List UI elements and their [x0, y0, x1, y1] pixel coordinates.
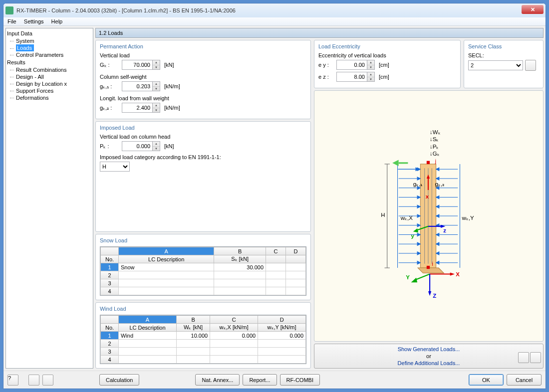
tree-control-params[interactable]: Control Parameters [7, 51, 92, 58]
show-generated-loads[interactable]: Show Generated Loads... [316, 346, 541, 352]
ez-input[interactable] [336, 72, 367, 82]
gk1-spinner[interactable]: ▲▼ [153, 81, 160, 91]
tree-results[interactable]: Results [7, 58, 92, 66]
svg-text:H: H [381, 212, 385, 218]
tree-support-forces[interactable]: Support Forces [7, 87, 92, 94]
pk-input[interactable] [122, 141, 153, 151]
svg-marker-27 [417, 214, 420, 217]
svg-marker-39 [436, 168, 439, 171]
prev-icon[interactable] [28, 375, 39, 386]
app-window: RX-TIMBER - Column - 2.04.0003 (32bit) -… [3, 3, 546, 389]
rfcombi-button[interactable]: RF-COMBI [280, 374, 320, 386]
report-button[interactable]: Report... [243, 374, 276, 386]
svg-marker-47 [436, 205, 439, 208]
window-title: RX-TIMBER - Column - 2.04.0003 (32bit) -… [16, 7, 236, 13]
close-button[interactable]: ✕ [522, 5, 544, 14]
svg-text:Z: Z [433, 293, 436, 299]
category-select[interactable]: H [100, 162, 130, 172]
svg-marker-85 [428, 291, 431, 296]
gk2-spinner[interactable]: ▲▼ [153, 103, 160, 113]
svg-text:↓Pₖ: ↓Pₖ [430, 144, 439, 150]
self-weight-label: Column self-weight [100, 74, 306, 80]
export-icon[interactable] [518, 352, 529, 363]
category-label: Imposed load category according to EN 19… [100, 154, 306, 160]
pk-unit: [kN] [164, 143, 174, 149]
ok-button[interactable]: OK [469, 374, 504, 386]
table-row: 1Snow30.000 [101, 263, 306, 271]
svg-marker-37 [417, 261, 420, 264]
svg-marker-31 [417, 233, 420, 236]
menu-settings[interactable]: Settings [24, 18, 44, 24]
gk1-input[interactable] [122, 81, 153, 91]
gk1-unit: [kN/m] [164, 83, 180, 89]
nat-annex-button[interactable]: Nat. Annex... [195, 374, 240, 386]
svg-text:Y: Y [406, 274, 410, 280]
ey-input[interactable] [336, 60, 367, 70]
gk1-label: gₖ,₁ : [100, 83, 120, 90]
svg-marker-1 [418, 268, 444, 273]
next-icon[interactable] [42, 375, 53, 386]
wind-grid[interactable]: ABCD No.LC DescriptionWₖ [kN]wₖ,X [kN/m]… [100, 315, 306, 364]
svg-text:↓Sₖ: ↓Sₖ [430, 136, 439, 142]
imposed-legend: Imposed Load [100, 125, 306, 131]
svg-marker-23 [417, 196, 420, 198]
define-additional-loads[interactable]: Define Additional Loads... [316, 360, 541, 366]
gk2-input[interactable] [122, 103, 153, 113]
snow-grid[interactable]: ABCD No.LC DescriptionSₖ [kN] 1Snow30.00… [100, 246, 306, 296]
svg-marker-41 [436, 177, 439, 180]
table-row: 3 [101, 348, 306, 356]
eccentricity-group: Load Eccentricity Eccentricity of vertic… [314, 40, 461, 88]
tree-deformations[interactable]: Deformations [7, 94, 92, 101]
table-row: 4 [101, 287, 306, 295]
wind-legend: Wind Load [100, 306, 306, 312]
gk-input[interactable] [122, 60, 153, 70]
svg-marker-79 [450, 272, 455, 275]
wind-load-group: Wind Load ABCD No.LC DescriptionWₖ [kN]w… [95, 302, 311, 369]
ecc-legend: Load Eccentricity [318, 43, 456, 49]
secl-info-icon[interactable] [525, 60, 536, 71]
svg-text:j: j [434, 158, 436, 164]
svg-text:gₖ,₁: gₖ,₁ [413, 181, 423, 187]
calculation-button[interactable]: Calculation [99, 374, 139, 386]
page-title: 1.2 Loads [95, 28, 544, 38]
ey-unit: [cm] [379, 62, 389, 68]
pk-label: Pₖ : [100, 143, 120, 150]
svg-text:gₖ,₂: gₖ,₂ [435, 181, 444, 187]
svg-marker-82 [411, 278, 417, 282]
tree-system[interactable]: System [7, 37, 92, 44]
ez-label: e z : [318, 74, 334, 80]
gk2-label: gₖ,₂ : [100, 105, 120, 111]
svg-marker-29 [417, 224, 420, 227]
svg-marker-45 [436, 196, 439, 198]
or-label: or [316, 353, 541, 359]
svg-rect-7 [427, 161, 430, 164]
table-row: 2 [101, 340, 306, 348]
svg-rect-76 [427, 266, 430, 269]
pk-spinner[interactable]: ▲▼ [153, 141, 160, 151]
import-icon[interactable] [530, 352, 541, 363]
menu-help[interactable]: Help [51, 18, 63, 24]
ez-spinner[interactable]: ▲▼ [367, 72, 375, 82]
svg-text:z: z [443, 227, 446, 233]
svg-text:↓Wₖ: ↓Wₖ [430, 129, 441, 135]
ey-label: e y : [318, 62, 334, 68]
longit-label: Longit. load from wall weight [100, 95, 306, 101]
svg-marker-49 [436, 214, 439, 217]
menubar: File Settings Help [3, 17, 546, 26]
pk-head-label: Vertical load on column head [100, 134, 306, 140]
cancel-button[interactable]: Cancel [507, 374, 542, 386]
tree-design-all[interactable]: Design - All [7, 73, 92, 80]
menu-file[interactable]: File [7, 18, 16, 24]
gk-spinner[interactable]: ▲▼ [153, 60, 160, 70]
svg-text:X: X [456, 271, 460, 277]
tree-input-data[interactable]: Input Data [7, 29, 92, 37]
ey-spinner[interactable]: ▲▼ [367, 60, 375, 70]
help-icon[interactable]: ? [7, 375, 18, 386]
ez-unit: [cm] [379, 74, 389, 80]
tree-design-loc[interactable]: Design by Location x [7, 80, 92, 87]
service-class-group: Service Class SECL: 2 [464, 40, 544, 88]
tree-loads[interactable]: Loads [16, 44, 34, 51]
tree-result-comb[interactable]: Result Combinations [7, 66, 92, 73]
table-row: 3 [101, 279, 306, 287]
secl-select[interactable]: 2 [468, 60, 523, 70]
